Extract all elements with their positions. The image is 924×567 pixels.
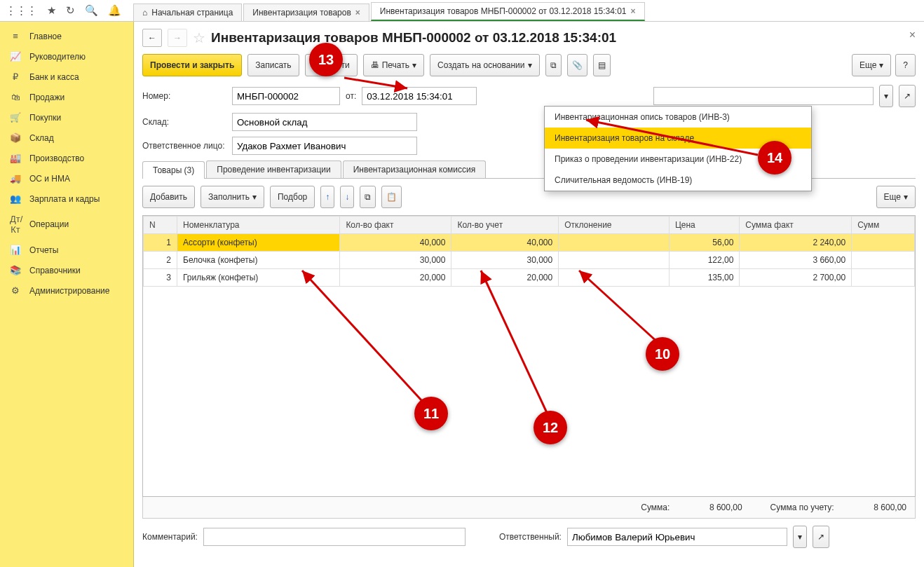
chevron-down-icon: ▾: [904, 192, 908, 202]
fill-button[interactable]: Заполнить▾: [201, 186, 264, 208]
cell[interactable]: 56,00: [669, 234, 739, 252]
more-button[interactable]: Еще▾: [852, 54, 891, 76]
cell[interactable]: [559, 252, 670, 269]
print-menu-item[interactable]: Инвентаризационная опись товаров (ИНВ-3): [545, 107, 811, 128]
cell[interactable]: [559, 234, 670, 252]
cell[interactable]: [559, 269, 670, 287]
subtab[interactable]: Инвентаризационная комиссия: [343, 160, 487, 178]
window-tab[interactable]: Инвентаризация товаров×: [243, 4, 369, 21]
sidebar-label: Справочники: [29, 266, 81, 275]
window-tab[interactable]: ⌂Начальная страница: [133, 4, 242, 21]
comment-field[interactable]: [203, 528, 466, 546]
column-header[interactable]: Цена: [669, 217, 739, 234]
star-icon[interactable]: ★: [47, 4, 56, 17]
warehouse-field[interactable]: [232, 113, 417, 131]
cell[interactable]: Грильяж (конфеты): [177, 269, 340, 287]
sidebar-item[interactable]: Дт/КтОперации: [0, 209, 133, 240]
list-button[interactable]: ▤: [593, 54, 611, 76]
subtab[interactable]: Товары (3): [142, 161, 205, 179]
cell[interactable]: [852, 269, 915, 287]
sidebar-item[interactable]: 🛒Покупки: [0, 107, 133, 128]
cell[interactable]: 1: [144, 234, 177, 252]
print-button[interactable]: 🖶Печать▾: [363, 54, 424, 76]
sidebar-item[interactable]: ⚙Администрирование: [0, 280, 133, 301]
cell[interactable]: 20,000: [340, 269, 451, 287]
table-row[interactable]: 3Грильяж (конфеты)20,00020,000135,002 70…: [144, 269, 915, 287]
sidebar-item[interactable]: 📚Справочники: [0, 260, 133, 280]
number-field[interactable]: [232, 87, 340, 105]
sidebar-item[interactable]: 🚚ОС и НМА: [0, 168, 133, 189]
sidebar-item[interactable]: 📦Склад: [0, 128, 133, 148]
attach-button[interactable]: 📎: [567, 54, 587, 76]
apps-icon[interactable]: ⋮⋮⋮: [6, 4, 37, 17]
column-header[interactable]: Кол-во факт: [340, 217, 451, 234]
sidebar-label: Руководителю: [29, 52, 86, 62]
move-up-button[interactable]: ↑: [320, 186, 334, 208]
cell[interactable]: Ассорти (конфеты): [177, 234, 340, 252]
search-icon[interactable]: 🔍: [85, 4, 98, 17]
column-header[interactable]: Сумма факт: [740, 217, 852, 234]
cell[interactable]: Белочка (конфеты): [177, 252, 340, 269]
cell[interactable]: 2 240,00: [740, 234, 852, 252]
sidebar-item[interactable]: ₽Банк и касса: [0, 67, 133, 87]
tab-label: Инвентаризация товаров: [252, 8, 351, 18]
history-icon[interactable]: ↻: [66, 4, 75, 17]
sidebar-item[interactable]: ≡Главное: [0, 26, 133, 46]
window-tab[interactable]: Инвентаризация товаров МНБП-000002 от 03…: [371, 2, 645, 21]
warehouse-label: Склад:: [142, 117, 226, 127]
paste-button[interactable]: 📋: [381, 186, 402, 208]
cell[interactable]: 3 660,00: [740, 252, 852, 269]
save-button[interactable]: Записать: [247, 54, 299, 76]
grid[interactable]: NНоменклатураКол-во фактКол-во учетОткло…: [142, 215, 916, 497]
date-field[interactable]: [362, 87, 477, 105]
cell[interactable]: 40,000: [451, 234, 559, 252]
table-row[interactable]: 1Ассорти (конфеты)40,00040,00056,002 240…: [144, 234, 915, 252]
cell[interactable]: 30,000: [451, 252, 559, 269]
grid-more-button[interactable]: Еще▾: [876, 186, 916, 208]
column-header[interactable]: Кол-во учет: [451, 217, 559, 234]
back-button[interactable]: ←: [142, 29, 162, 47]
help-button[interactable]: ?: [895, 54, 916, 76]
sidebar-item[interactable]: 🛍Продажи: [0, 87, 133, 107]
pick-button[interactable]: Подбор: [270, 186, 315, 208]
column-header[interactable]: Номенклатура: [177, 217, 340, 234]
post-and-close-button[interactable]: Провести и закрыть: [142, 54, 242, 76]
cell[interactable]: 3: [144, 269, 177, 287]
org-open-button[interactable]: ↗: [899, 85, 916, 107]
move-down-button[interactable]: ↓: [340, 186, 354, 208]
close-icon[interactable]: ×: [631, 6, 636, 16]
cell[interactable]: [852, 234, 915, 252]
close-icon[interactable]: ×: [909, 29, 916, 41]
forward-button[interactable]: →: [168, 29, 187, 47]
resp-open-button[interactable]: ↗: [813, 526, 829, 548]
favorite-star-icon[interactable]: ☆: [193, 29, 205, 46]
cell[interactable]: 2: [144, 252, 177, 269]
close-icon[interactable]: ×: [355, 8, 360, 18]
bell-icon[interactable]: 🔔: [108, 4, 121, 17]
sidebar-item[interactable]: 📊Отчеты: [0, 240, 133, 260]
subtab[interactable]: Проведение инвентаризации: [206, 160, 341, 178]
column-header[interactable]: N: [144, 217, 177, 234]
responsible-field[interactable]: [232, 137, 417, 155]
create-based-button[interactable]: Создать на основании▾: [430, 54, 540, 76]
org-dropdown-button[interactable]: ▾: [879, 85, 893, 107]
responsible2-field[interactable]: [567, 528, 787, 546]
add-row-button[interactable]: Добавить: [142, 186, 195, 208]
sidebar-item[interactable]: 📈Руководителю: [0, 46, 133, 67]
cell[interactable]: 135,00: [669, 269, 739, 287]
cell[interactable]: 40,000: [340, 234, 451, 252]
table-row[interactable]: 2Белочка (конфеты)30,00030,000122,003 66…: [144, 252, 915, 269]
cell[interactable]: 2 700,00: [740, 269, 852, 287]
resp-dropdown-button[interactable]: ▾: [793, 526, 807, 548]
column-header[interactable]: Отклонение: [559, 217, 670, 234]
cell[interactable]: 30,000: [340, 252, 451, 269]
org-field[interactable]: [653, 87, 874, 105]
sidebar-item[interactable]: 👥Зарплата и кадры: [0, 189, 133, 209]
cell[interactable]: 122,00: [669, 252, 739, 269]
sidebar-item[interactable]: 🏭Производство: [0, 148, 133, 168]
structure-button[interactable]: ⧉: [545, 54, 562, 76]
copy-button[interactable]: ⧉: [360, 186, 376, 208]
cell[interactable]: [852, 252, 915, 269]
column-header[interactable]: Сумм: [852, 217, 915, 234]
cell[interactable]: 20,000: [451, 269, 559, 287]
